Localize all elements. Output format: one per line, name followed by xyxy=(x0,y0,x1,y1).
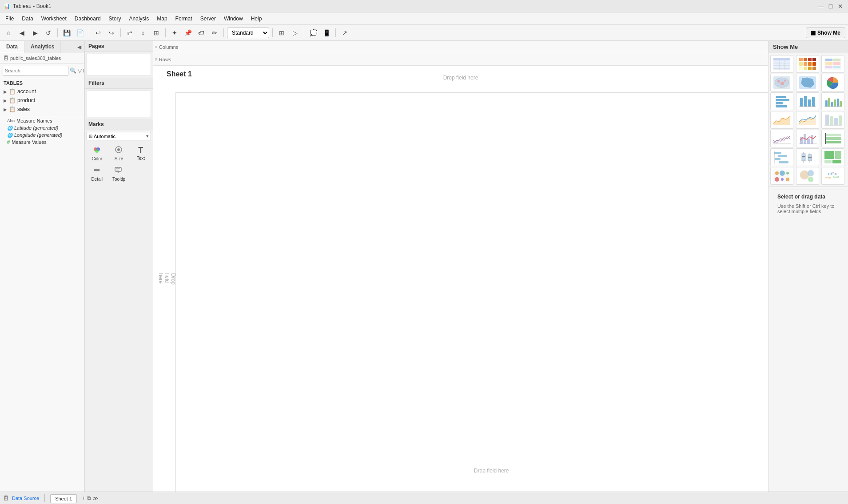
field-measure-values[interactable]: # Measure Values xyxy=(0,139,84,146)
standard-dropdown[interactable]: Standard Fit Width Fit Height Entire Vie… xyxy=(227,28,269,38)
drop-top[interactable]: Drop field here xyxy=(443,75,478,81)
toolbar-pin[interactable]: 📌 xyxy=(182,27,194,39)
toolbar-mark[interactable]: ✦ xyxy=(169,27,180,39)
drop-left[interactable]: Dropfieldhere xyxy=(158,273,176,284)
table-account[interactable]: ▶ 📋 account xyxy=(0,87,84,96)
marks-text-button[interactable]: T Text xyxy=(131,144,151,163)
chart-circle-view[interactable] xyxy=(770,167,793,185)
new-sheet-icon[interactable]: + xyxy=(82,495,85,501)
toolbar-forward[interactable]: ▶ xyxy=(29,27,41,39)
svg-rect-60 xyxy=(840,101,842,107)
toolbar-filter[interactable]: ⊞ xyxy=(151,27,162,39)
toolbar-label[interactable]: 🏷 xyxy=(195,27,207,39)
toolbar-device[interactable]: 📱 xyxy=(321,27,332,39)
svg-rect-29 xyxy=(812,67,816,70)
chart-bullet[interactable] xyxy=(821,130,844,147)
chart-gantt[interactable] xyxy=(770,148,793,166)
chart-text-table[interactable] xyxy=(770,55,793,73)
menu-window[interactable]: Window xyxy=(220,14,247,23)
marks-tooltip-button[interactable]: Tooltip xyxy=(108,164,129,183)
marks-detail-button[interactable]: Detail xyxy=(87,164,107,183)
chart-heat-map[interactable] xyxy=(796,55,819,73)
middle-panel: Pages Filters Marks ⊞ Automatic ▾ Color xyxy=(84,41,153,492)
rows-content[interactable] xyxy=(188,54,766,65)
filter-icon[interactable]: ▽ xyxy=(78,67,82,74)
chart-word-cloud[interactable]: HelloWorldDataViz xyxy=(821,167,844,185)
svg-rect-12 xyxy=(773,58,790,60)
svg-point-99 xyxy=(775,171,779,175)
field-longitude[interactable]: 🌐 Longitude (generated) xyxy=(0,131,84,139)
chart-stacked-bar[interactable] xyxy=(796,92,819,110)
table-product[interactable]: ▶ 📋 product xyxy=(0,96,84,105)
search-input[interactable] xyxy=(3,66,68,75)
sep8 xyxy=(335,28,336,37)
menu-dashboard[interactable]: Dashboard xyxy=(71,14,104,23)
menu-file[interactable]: File xyxy=(2,14,17,23)
svg-rect-48 xyxy=(776,105,787,107)
chart-treemap[interactable] xyxy=(821,148,844,166)
chart-scatter[interactable] xyxy=(821,111,844,129)
menu-map[interactable]: Map xyxy=(153,14,171,23)
marks-type-dropdown[interactable]: ⊞ Automatic ▾ xyxy=(87,132,151,140)
tab-data[interactable]: Data xyxy=(0,41,24,53)
menu-help[interactable]: Help xyxy=(247,14,266,23)
chart-side-bars[interactable] xyxy=(821,92,844,110)
chart-filled-map[interactable] xyxy=(796,74,819,91)
marks-size-button[interactable]: Size xyxy=(108,144,129,163)
chart-horiz-bar[interactable] xyxy=(770,92,793,110)
tab-analytics[interactable]: Analytics xyxy=(24,41,61,53)
menu-format[interactable]: Format xyxy=(172,14,196,23)
duplicate-sheet-icon[interactable]: ⧉ xyxy=(87,495,91,501)
columns-shelf: ≡ Columns xyxy=(153,41,768,53)
svg-rect-50 xyxy=(800,98,803,107)
svg-rect-64 xyxy=(825,115,829,125)
panel-collapse-arrow[interactable]: ◀ xyxy=(77,41,84,53)
toolbar-ask[interactable]: 💭 xyxy=(307,27,319,39)
toolbar-new[interactable]: 📄 xyxy=(74,27,86,39)
toolbar-back[interactable]: ◀ xyxy=(16,27,28,39)
menu-data[interactable]: Data xyxy=(18,14,36,23)
toolbar-fixed[interactable]: ⊞ xyxy=(276,27,287,39)
drop-center[interactable]: Drop field here xyxy=(474,468,509,474)
marks-color-button[interactable]: Color xyxy=(87,144,107,163)
search-icon[interactable]: 🔍 xyxy=(70,67,76,74)
chart-line[interactable] xyxy=(770,130,793,147)
menu-server[interactable]: Server xyxy=(197,14,219,23)
close-button[interactable]: ✕ xyxy=(836,2,844,10)
show-me-button[interactable]: ▦ Show Me xyxy=(806,28,845,38)
toolbar-save[interactable]: 💾 xyxy=(61,27,72,39)
menu-story[interactable]: Story xyxy=(105,14,125,23)
data-source-label[interactable]: Data Source xyxy=(12,496,39,501)
field-measure-names[interactable]: Abc Measure Names xyxy=(0,117,84,124)
menu-worksheet[interactable]: Worksheet xyxy=(38,14,70,23)
minimize-button[interactable]: — xyxy=(817,2,825,10)
toolbar-swap[interactable]: ⇄ xyxy=(124,27,135,39)
toolbar-refresh[interactable]: ↺ xyxy=(43,27,54,39)
toolbar-sort[interactable]: ↕ xyxy=(137,27,149,39)
svg-rect-67 xyxy=(839,115,842,125)
table-sales[interactable]: ▶ 📋 sales xyxy=(0,105,84,114)
toolbar-undo[interactable]: ↩ xyxy=(92,27,104,39)
maximize-button[interactable]: □ xyxy=(827,2,835,10)
chart-box-plot[interactable] xyxy=(796,148,819,166)
move-sheet-icon[interactable]: ≫ xyxy=(93,495,99,501)
sheet-tab[interactable]: Sheet 1 xyxy=(50,494,77,503)
field-latitude[interactable]: 🌐 Latitude (generated) xyxy=(0,124,84,131)
columns-content[interactable] xyxy=(188,42,766,52)
toolbar-redo[interactable]: ↪ xyxy=(106,27,117,39)
pages-header: Pages xyxy=(85,41,153,52)
chart-symbol-map[interactable] xyxy=(770,74,793,91)
chart-pie[interactable] xyxy=(821,74,844,91)
toolbar-share[interactable]: ↗ xyxy=(339,27,350,39)
toolbar-highlight[interactable]: ✏ xyxy=(209,27,220,39)
chart-packed-bubbles[interactable] xyxy=(796,167,819,185)
toolbar-present[interactable]: ▷ xyxy=(289,27,301,39)
chart-area[interactable] xyxy=(770,111,793,129)
svg-rect-78 xyxy=(825,133,826,137)
chart-dual-line[interactable] xyxy=(796,111,819,129)
menu-analysis[interactable]: Analysis xyxy=(126,14,153,23)
toolbar-home[interactable]: ⌂ xyxy=(3,27,14,39)
chart-highlight-table[interactable] xyxy=(821,55,844,73)
hash-icon: # xyxy=(7,139,10,145)
chart-dual-axis[interactable] xyxy=(796,130,819,147)
